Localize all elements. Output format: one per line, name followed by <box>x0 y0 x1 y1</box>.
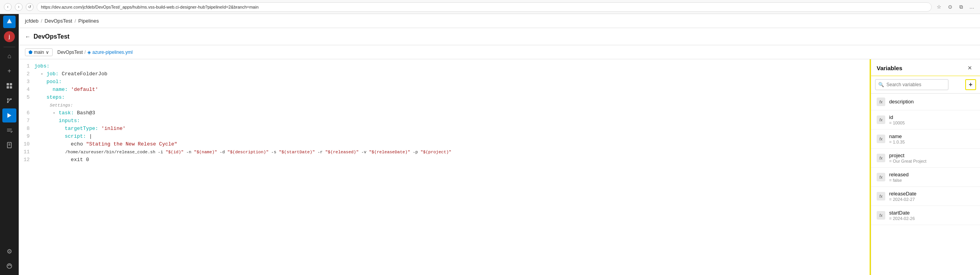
editor-area: 1 jobs: 2 - job: CreateFolderJob 3 pool:… <box>19 59 980 275</box>
avatar[interactable]: j <box>4 31 15 42</box>
var-name: released <box>889 172 975 177</box>
variable-item[interactable]: fxid= 10005 <box>871 110 980 130</box>
back-nav-btn[interactable]: ‹ <box>4 3 12 11</box>
var-name: description <box>889 99 975 105</box>
search-input[interactable] <box>875 79 948 90</box>
breadcrumb-project[interactable]: DevOpsTest <box>44 18 72 24</box>
breadcrumb-sep1: / <box>41 18 43 24</box>
var-info: description <box>889 99 975 105</box>
var-value: = 2024-02-26 <box>889 216 975 221</box>
code-line-7: 7 inputs: <box>19 117 871 125</box>
var-info: project= Our Great Project <box>889 153 975 163</box>
branch-label: main <box>34 50 44 55</box>
url-text: https://dev.azure.com/jcfdeb/DevOpsTest/… <box>41 5 259 9</box>
svg-rect-1 <box>10 83 12 85</box>
var-name: id <box>889 114 975 120</box>
code-line-11: 11 /home/azureuser/bin/release_code.sh -… <box>19 148 871 156</box>
var-fx-icon: fx <box>877 98 885 106</box>
sidebar-item-boards[interactable] <box>2 79 16 93</box>
top-nav: jcfdeb / DevOpsTest / Pipelines <box>19 14 980 28</box>
variable-item[interactable]: fxproject= Our Great Project <box>871 149 980 168</box>
svg-point-4 <box>7 98 9 100</box>
sidebar-item-settings[interactable]: ⚙ <box>2 244 16 258</box>
breadcrumb: jcfdeb / DevOpsTest / Pipelines <box>25 18 99 24</box>
code-line-6: 6 - task: Bash@3 <box>19 109 871 117</box>
browser-icons: ☆ ⊙ ⧉ … <box>935 3 976 11</box>
var-fx-icon: fx <box>877 154 885 162</box>
variable-item[interactable]: fxstartDate= 2024-02-26 <box>871 206 980 225</box>
code-editor[interactable]: 1 jobs: 2 - job: CreateFolderJob 3 pool:… <box>19 59 871 275</box>
sidebar-item-home[interactable]: ⌂ <box>2 49 16 63</box>
file-icon: ◈ <box>87 50 91 55</box>
var-info: releaseDate= 2024-02-27 <box>889 191 975 202</box>
extensions-icon[interactable]: ⧉ <box>957 3 965 11</box>
code-line-8: 8 targetType: 'inline' <box>19 125 871 133</box>
code-line-10: 10 echo "Stating the New Relese Cycle" <box>19 140 871 148</box>
svg-marker-10 <box>7 113 11 118</box>
code-line-3: 3 pool: <box>19 78 871 86</box>
sidebar-item-artifacts[interactable] <box>2 138 16 152</box>
file-name[interactable]: azure-pipelines.yml <box>92 50 133 55</box>
variable-item[interactable]: fxreleased= false <box>871 168 980 187</box>
reload-nav-btn[interactable]: ↺ <box>26 3 34 11</box>
sidebar-item-add[interactable]: + <box>2 64 16 78</box>
sidebar-item-extensions[interactable] <box>2 259 16 273</box>
svg-rect-2 <box>7 86 9 89</box>
variables-close-button[interactable]: ✕ <box>965 63 975 73</box>
var-fx-icon: fx <box>877 135 885 143</box>
var-info: id= 10005 <box>889 114 975 125</box>
add-variable-button[interactable]: + <box>965 79 976 90</box>
browser-bar: ‹ › ↺ https://dev.azure.com/jcfdeb/DevOp… <box>0 0 980 14</box>
page-header: ← DevOpsTest <box>19 28 980 45</box>
sidebar-item-repos[interactable] <box>2 94 16 108</box>
sidebar-item-testplans[interactable] <box>2 123 16 137</box>
variables-header: Variables ✕ <box>871 59 980 76</box>
code-line-12: 12 exit 0 <box>19 156 871 164</box>
breadcrumb-page[interactable]: Pipelines <box>78 18 99 24</box>
svg-rect-3 <box>10 86 12 89</box>
variables-list: fxdescriptionfxid= 10005fxname= 1.0.35fx… <box>871 94 980 275</box>
svg-point-5 <box>10 98 12 100</box>
var-fx-icon: fx <box>877 192 885 200</box>
code-line-settings: Settings: <box>19 101 871 109</box>
bookmark-icon[interactable]: ☆ <box>935 3 943 11</box>
back-button[interactable]: ← <box>25 34 30 40</box>
svg-point-6 <box>7 101 9 103</box>
var-value: = 1.0.35 <box>889 140 975 144</box>
svg-point-14 <box>7 264 12 268</box>
var-fx-icon: fx <box>877 173 885 181</box>
menu-icon[interactable]: … <box>968 3 976 11</box>
variable-item[interactable]: fxdescription <box>871 94 980 110</box>
code-line-5: 5 steps: <box>19 94 871 101</box>
var-name: project <box>889 153 975 158</box>
var-name: releaseDate <box>889 191 975 197</box>
breadcrumb-org[interactable]: jcfdeb <box>25 18 39 24</box>
var-info: name= 1.0.35 <box>889 133 975 144</box>
var-name: name <box>889 133 975 139</box>
sidebar-item-pipelines[interactable] <box>2 108 16 122</box>
var-fx-icon: fx <box>877 115 885 124</box>
file-path: DevOpsTest / ◈ azure-pipelines.yml <box>57 50 133 55</box>
sidebar: j ⌂ + <box>0 14 19 275</box>
branch-chevron-icon: ∨ <box>46 50 49 55</box>
variable-item[interactable]: fxname= 1.0.35 <box>871 130 980 149</box>
var-value: = false <box>889 178 975 183</box>
profile-icon[interactable]: ⊙ <box>946 3 954 11</box>
page-title: DevOpsTest <box>34 33 69 40</box>
search-icon: 🔍 <box>878 82 884 87</box>
branch-dropdown[interactable]: ⬟ main ∨ <box>25 48 53 56</box>
svg-line-9 <box>9 100 11 102</box>
var-info: released= false <box>889 172 975 183</box>
file-root[interactable]: DevOpsTest <box>57 50 83 55</box>
var-value: = 2024-02-27 <box>889 197 975 202</box>
variable-item[interactable]: fxreleaseDate= 2024-02-27 <box>871 187 980 206</box>
file-sep: / <box>84 50 85 55</box>
logo-icon <box>6 18 13 26</box>
forward-nav-btn[interactable]: › <box>15 3 23 11</box>
var-value: = Our Great Project <box>889 159 975 163</box>
breadcrumb-sep2: / <box>74 18 76 24</box>
url-bar[interactable]: https://dev.azure.com/jcfdeb/DevOpsTest/… <box>37 2 932 12</box>
svg-rect-0 <box>7 83 9 85</box>
code-line-9: 9 script: | <box>19 133 871 140</box>
sidebar-logo <box>3 16 16 28</box>
